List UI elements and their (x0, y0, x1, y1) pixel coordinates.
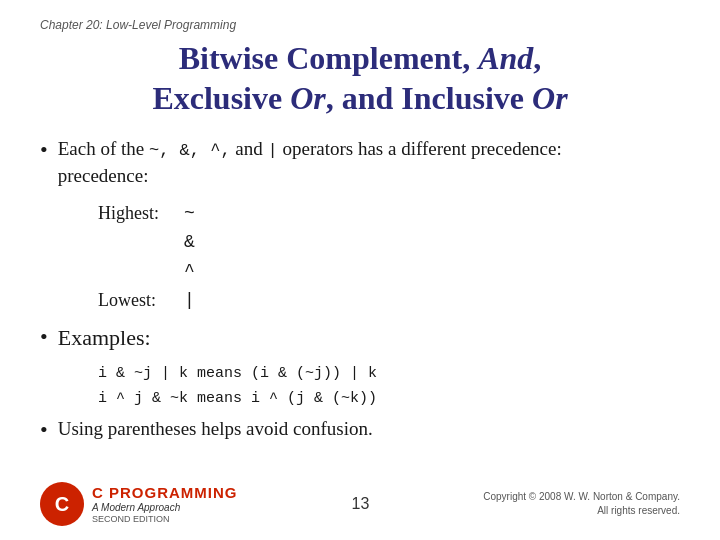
prec-row-amp: & (98, 228, 680, 257)
logo-text-block: C PROGRAMMING A Modern Approach SECOND E… (92, 484, 238, 525)
bullet-1-text: Each of the ~, &, ^, and | operators has… (58, 136, 562, 189)
content-area: • Each of the ~, &, ^, and | operators h… (40, 136, 680, 443)
precedence-table: Highest: ~ & ^ Lowest: | (98, 199, 680, 314)
chapter-label: Chapter 20: Low-Level Programming (40, 18, 680, 32)
bullet-3: • Using parentheses helps avoid confusio… (40, 416, 680, 443)
precedence-word: precedence: (58, 165, 149, 186)
bullet-icon-3: • (40, 417, 48, 443)
code-line-2: i ^ j & ~k means i ^ (j & (~k)) (98, 388, 680, 411)
bullet-2: • Examples: (40, 323, 680, 354)
bullet-2-text: Examples: (58, 323, 151, 354)
bullet-icon-1: • (40, 137, 48, 163)
slide: Chapter 20: Low-Level Programming Bitwis… (0, 0, 720, 540)
title-line2: Exclusive Or, and Inclusive Or (152, 80, 567, 116)
page-number: 13 (351, 495, 369, 513)
logo-area: C C PROGRAMMING A Modern Approach SECOND… (40, 482, 238, 526)
prec-row-highest: Highest: ~ (98, 199, 680, 228)
bullet-icon-2: • (40, 324, 48, 350)
slide-title: Bitwise Complement, And, Exclusive Or, a… (40, 38, 680, 118)
prec-row-lowest: Lowest: | (98, 286, 680, 315)
title-line1: Bitwise Complement, And, (179, 40, 542, 76)
footer: C C PROGRAMMING A Modern Approach SECOND… (0, 482, 720, 526)
bullet-3-text: Using parentheses helps avoid confusion. (58, 416, 373, 443)
copyright-text: Copyright © 2008 W. W. Norton & Company.… (483, 490, 680, 518)
code-line-1: i & ~j | k means (i & (~j)) | k (98, 363, 680, 386)
bullet-1: • Each of the ~, &, ^, and | operators h… (40, 136, 680, 189)
prec-row-caret: ^ (98, 257, 680, 286)
logo-circle: C (40, 482, 84, 526)
